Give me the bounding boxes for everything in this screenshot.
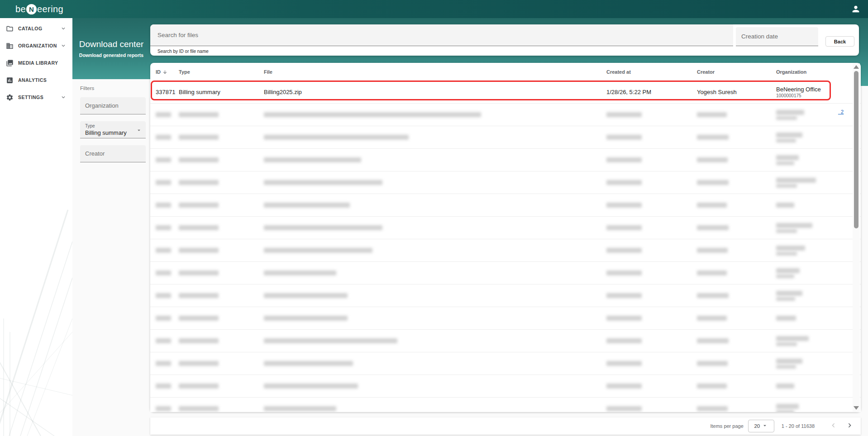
table-header-row: IDTypeFileCreated atCreatorOrganization xyxy=(150,63,861,81)
chevron-down-icon xyxy=(60,43,67,51)
table-row-redacted[interactable] xyxy=(150,307,861,330)
sidebar: CATALOG ORGANIZATION MEDIA LIBRARY ANALY… xyxy=(0,18,72,436)
items-per-page-select[interactable]: 20 xyxy=(748,420,774,432)
next-page-button[interactable] xyxy=(844,421,854,431)
items-per-page-label: Items per page xyxy=(710,423,743,429)
scroll-down-arrow-icon[interactable] xyxy=(854,406,859,410)
sidebar-item-analytics[interactable]: ANALYTICS xyxy=(0,71,72,89)
sidebar-item-media-library[interactable]: MEDIA LIBRARY xyxy=(0,54,72,71)
sidebar-item-organization[interactable]: ORGANIZATION xyxy=(0,37,72,54)
person-icon xyxy=(851,8,861,15)
downloads-table-card: IDTypeFileCreated atCreatorOrganization … xyxy=(150,63,861,412)
back-button[interactable]: Back xyxy=(825,36,854,47)
file-search-field[interactable] xyxy=(150,24,733,46)
logo-n-icon: N xyxy=(26,4,37,14)
dropdown-arrow-icon xyxy=(136,127,142,135)
cell-organization-redacted xyxy=(776,398,799,412)
cell-organization-redacted xyxy=(776,126,802,148)
chevron-right-icon xyxy=(845,421,854,431)
column-header-type[interactable]: Type xyxy=(179,63,190,81)
cell-organization-redacted xyxy=(776,149,799,171)
column-header-org[interactable]: Organization xyxy=(776,63,806,81)
previous-page-button[interactable] xyxy=(828,421,838,431)
table-row-redacted[interactable] xyxy=(150,171,861,194)
cell-creator: Yogesh Suresh xyxy=(697,81,737,103)
organization-name: BeNeering Office xyxy=(776,86,821,93)
table-scrollbar[interactable] xyxy=(853,63,860,412)
sidebar-nav: CATALOG ORGANIZATION MEDIA LIBRARY ANALY… xyxy=(0,20,72,106)
row2-partial-link[interactable]: _2 xyxy=(838,109,844,114)
cell-file: Billing2025.zip xyxy=(264,81,302,103)
beneering-logo[interactable]: beNeering xyxy=(15,4,63,14)
page-header: Download center Download generated repor… xyxy=(72,18,150,79)
table-row-redacted[interactable] xyxy=(150,104,861,126)
folder-icon xyxy=(6,25,14,33)
table-row-redacted[interactable] xyxy=(150,239,861,262)
table-row-redacted[interactable] xyxy=(150,262,861,284)
creator-input[interactable] xyxy=(80,145,146,162)
table-row-redacted[interactable] xyxy=(150,284,861,307)
top-app-bar: beNeering xyxy=(0,0,868,18)
cell-organization-redacted xyxy=(776,330,809,352)
creation-date-input[interactable] xyxy=(736,27,818,46)
search-hint-text: Search by ID or file name xyxy=(157,49,209,54)
sort-descending-icon xyxy=(162,70,167,75)
search-toolbar-card: Search by ID or file name Back xyxy=(150,24,859,56)
cell-organization-redacted xyxy=(776,171,816,194)
search-input[interactable] xyxy=(150,24,733,46)
cell-type: Billing summary xyxy=(179,81,220,103)
column-header-creator[interactable]: Creator xyxy=(697,63,715,81)
cell-organization-redacted xyxy=(776,307,796,329)
cell-id: 337871 xyxy=(156,81,175,103)
page-range-label: 1 - 20 of 11638 xyxy=(782,423,815,429)
dropdown-arrow-icon xyxy=(762,422,768,430)
table-row-redacted[interactable] xyxy=(150,126,861,149)
building-icon xyxy=(6,42,14,50)
table-row-redacted[interactable] xyxy=(150,149,861,171)
filter-organization-field[interactable] xyxy=(80,97,146,114)
scroll-up-arrow-icon[interactable] xyxy=(854,65,859,69)
organization-input[interactable] xyxy=(80,97,146,114)
column-header-created[interactable]: Created at xyxy=(606,63,631,81)
sidebar-item-settings[interactable]: SETTINGS xyxy=(0,89,72,106)
main-content: Download center Download generated repor… xyxy=(72,18,868,436)
sidebar-item-label: CATALOG xyxy=(18,26,43,31)
filters-heading: Filters xyxy=(80,85,94,91)
chevron-down-icon xyxy=(60,94,67,102)
scrollbar-thumb[interactable] xyxy=(854,71,858,228)
cell-organization-redacted xyxy=(776,352,802,374)
column-header-id[interactable]: ID xyxy=(156,63,167,81)
chevron-down-icon xyxy=(60,25,67,33)
cell-organization-redacted xyxy=(776,375,794,397)
cell-organization-redacted xyxy=(776,217,812,239)
table-row-redacted[interactable] xyxy=(150,398,861,412)
gear-icon xyxy=(6,94,14,101)
sidebar-item-label: ANALYTICS xyxy=(18,77,47,83)
logo-text-pre: be xyxy=(15,4,26,14)
user-account-button[interactable] xyxy=(851,4,861,14)
bar-chart-icon xyxy=(6,76,14,84)
cell-organization-redacted xyxy=(776,284,802,307)
table-row-redacted[interactable] xyxy=(150,375,861,398)
filter-type-select[interactable]: Type Billing summary xyxy=(80,121,146,138)
cell-organization-redacted xyxy=(776,194,794,216)
table-row-redacted[interactable] xyxy=(150,330,861,352)
column-header-file[interactable]: File xyxy=(264,63,272,81)
cell-organization-redacted xyxy=(776,262,800,284)
table-row-redacted[interactable] xyxy=(150,217,861,239)
logo-text-post: eering xyxy=(37,4,63,14)
table-body: 337871 Billing summary Billing2025.zip 1… xyxy=(150,81,861,412)
table-row-highlighted[interactable]: 337871 Billing summary Billing2025.zip 1… xyxy=(150,81,861,104)
page-subtitle: Download generated reports xyxy=(79,52,143,58)
table-row-redacted[interactable] xyxy=(150,194,861,217)
sidebar-item-label: ORGANIZATION xyxy=(18,43,57,48)
photo-library-icon xyxy=(6,59,14,67)
creation-date-field[interactable] xyxy=(736,27,818,46)
items-per-page-value: 20 xyxy=(754,423,760,429)
table-row-redacted[interactable] xyxy=(150,352,861,375)
filter-creator-field[interactable] xyxy=(80,145,146,162)
cell-organization-redacted xyxy=(776,239,805,261)
chevron-left-icon xyxy=(829,421,838,431)
sidebar-item-catalog[interactable]: CATALOG xyxy=(0,20,72,37)
cell-organization: BeNeering Office 1000000175 xyxy=(776,81,821,103)
